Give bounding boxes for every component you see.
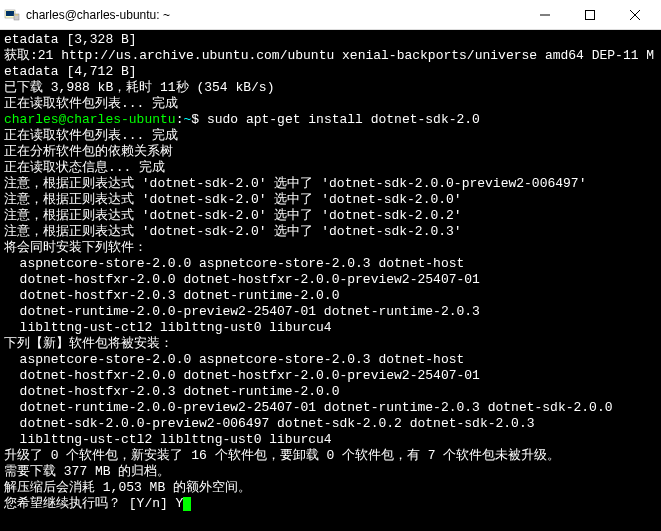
terminal-line: etadata [3,328 B]	[4, 32, 657, 48]
terminal-line: 需要下载 377 MB 的归档。	[4, 464, 657, 480]
window-controls	[522, 0, 657, 30]
terminal-line: 注意，根据正则表达式 'dotnet-sdk-2.0' 选中了 'dotnet-…	[4, 208, 657, 224]
terminal-line: 正在读取状态信息... 完成	[4, 160, 657, 176]
putty-icon	[4, 7, 20, 23]
terminal-line: 注意，根据正则表达式 'dotnet-sdk-2.0' 选中了 'dotnet-…	[4, 192, 657, 208]
cursor-icon	[183, 497, 191, 511]
window-titlebar: charles@charles-ubuntu: ~	[0, 0, 661, 30]
terminal-line: 正在分析软件包的依赖关系树	[4, 144, 657, 160]
terminal-line: dotnet-runtime-2.0.0-preview2-25407-01 d…	[4, 304, 657, 320]
terminal-line: 将会同时安装下列软件：	[4, 240, 657, 256]
terminal-line: 解压缩后会消耗 1,053 MB 的额外空间。	[4, 480, 657, 496]
terminal-line: 升级了 0 个软件包，新安装了 16 个软件包，要卸载 0 个软件包，有 7 个…	[4, 448, 657, 464]
maximize-button[interactable]	[567, 0, 612, 30]
terminal-line: aspnetcore-store-2.0.0 aspnetcore-store-…	[4, 352, 657, 368]
terminal-line: 注意，根据正则表达式 'dotnet-sdk-2.0' 选中了 'dotnet-…	[4, 224, 657, 240]
window-title: charles@charles-ubuntu: ~	[26, 8, 522, 22]
svg-rect-5	[585, 10, 594, 19]
terminal-line: aspnetcore-store-2.0.0 aspnetcore-store-…	[4, 256, 657, 272]
terminal-input-line: 您希望继续执行吗？ [Y/n] Y	[4, 496, 657, 512]
minimize-button[interactable]	[522, 0, 567, 30]
prompt-user: charles@charles-ubuntu	[4, 112, 176, 127]
terminal-line: dotnet-sdk-2.0.0-preview2-006497 dotnet-…	[4, 416, 657, 432]
terminal-line: dotnet-hostfxr-2.0.0 dotnet-hostfxr-2.0.…	[4, 272, 657, 288]
terminal-line: 注意，根据正则表达式 'dotnet-sdk-2.0' 选中了 'dotnet-…	[4, 176, 657, 192]
terminal-line: liblttng-ust-ctl2 liblttng-ust0 liburcu4	[4, 320, 657, 336]
terminal-line: 已下载 3,988 kB，耗时 11秒 (354 kB/s)	[4, 80, 657, 96]
terminal-line: 正在读取软件包列表... 完成	[4, 128, 657, 144]
terminal-line: dotnet-runtime-2.0.0-preview2-25407-01 d…	[4, 400, 657, 416]
prompt-dollar: $	[191, 112, 207, 127]
terminal-line: dotnet-hostfxr-2.0.3 dotnet-runtime-2.0.…	[4, 288, 657, 304]
svg-rect-1	[6, 11, 14, 16]
command-text: sudo apt-get install dotnet-sdk-2.0	[207, 112, 480, 127]
terminal-line: 获取:21 http://us.archive.ubuntu.com/ubunt…	[4, 48, 657, 80]
terminal-line: 下列【新】软件包将被安装：	[4, 336, 657, 352]
terminal-output[interactable]: etadata [3,328 B]获取:21 http://us.archive…	[0, 30, 661, 531]
terminal-prompt-line: charles@charles-ubuntu:~$ sudo apt-get i…	[4, 112, 657, 128]
close-button[interactable]	[612, 0, 657, 30]
terminal-line: dotnet-hostfxr-2.0.0 dotnet-hostfxr-2.0.…	[4, 368, 657, 384]
terminal-line: 正在读取软件包列表... 完成	[4, 96, 657, 112]
prompt-confirm: 您希望继续执行吗？ [Y/n] Y	[4, 496, 183, 511]
terminal-line: liblttng-ust-ctl2 liblttng-ust0 liburcu4	[4, 432, 657, 448]
terminal-line: dotnet-hostfxr-2.0.3 dotnet-runtime-2.0.…	[4, 384, 657, 400]
